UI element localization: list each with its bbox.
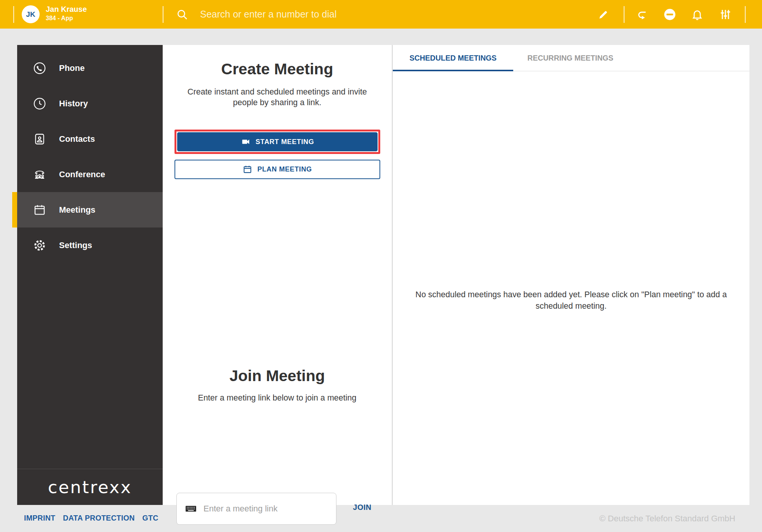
settings-icon bbox=[33, 239, 46, 252]
copyright-text: © Deutsche Telefon Standard GmbH bbox=[599, 514, 735, 524]
join-meeting-title: Join Meeting bbox=[163, 367, 392, 385]
data-protection-link[interactable]: DATA PROTECTION bbox=[63, 514, 134, 522]
header-divider bbox=[745, 6, 746, 23]
gtc-link[interactable]: GTC bbox=[142, 514, 158, 522]
sidebar-item-phone[interactable]: Phone bbox=[17, 50, 163, 86]
tab-label: RECURRING MEETINGS bbox=[527, 54, 613, 62]
meeting-link-field bbox=[176, 493, 336, 525]
sidebar-item-label: Phone bbox=[59, 63, 85, 73]
sidebar-item-history[interactable]: History bbox=[17, 86, 163, 121]
user-block: Jan Krause 384 - App bbox=[46, 5, 87, 22]
history-icon bbox=[33, 97, 46, 110]
do-not-disturb-icon[interactable] bbox=[664, 8, 676, 21]
click-target-annotation: START MEETING bbox=[174, 130, 380, 154]
join-button[interactable]: JOIN bbox=[353, 503, 371, 512]
pencil-icon[interactable] bbox=[597, 8, 610, 21]
phone-icon bbox=[33, 62, 46, 75]
start-meeting-button[interactable]: START MEETING bbox=[177, 132, 378, 151]
search-input[interactable] bbox=[200, 5, 562, 23]
sidebar-item-meetings[interactable]: Meetings bbox=[17, 192, 163, 228]
logo-block: centrexx bbox=[17, 469, 163, 505]
sidebar-item-contacts[interactable]: Contacts bbox=[17, 121, 163, 157]
create-meeting-subtitle: Create instant and scheduled meetings an… bbox=[186, 87, 369, 108]
conference-icon bbox=[33, 168, 46, 181]
join-meeting-subtitle: Enter a meeting link below to join a mee… bbox=[192, 393, 363, 403]
tab-recurring-meetings[interactable]: RECURRING MEETINGS bbox=[513, 45, 628, 71]
user-name: Jan Krause bbox=[46, 5, 87, 14]
sidebar-item-label: Settings bbox=[59, 240, 92, 250]
meetings-tabbar: SCHEDULED MEETINGS RECURRING MEETINGS bbox=[393, 45, 749, 71]
imprint-link[interactable]: IMPRINT bbox=[24, 514, 55, 522]
avatar-initials: JK bbox=[26, 10, 35, 19]
empty-state-message: No scheduled meetings have been added ye… bbox=[403, 289, 739, 312]
meeting-link-input[interactable] bbox=[203, 497, 336, 520]
sidebar: Phone History Contacts bbox=[17, 45, 163, 505]
centrexx-logo: centrexx bbox=[48, 477, 132, 497]
sidebar-item-label: Meetings bbox=[59, 205, 95, 215]
plan-meeting-label: PLAN MEETING bbox=[257, 165, 312, 173]
tab-label: SCHEDULED MEETINGS bbox=[410, 54, 497, 62]
call-forward-icon[interactable] bbox=[636, 8, 648, 21]
video-camera-icon bbox=[241, 137, 251, 147]
start-meeting-label: START MEETING bbox=[256, 138, 314, 146]
plan-meeting-button[interactable]: PLAN MEETING bbox=[174, 160, 380, 179]
sidebar-item-label: Contacts bbox=[59, 134, 95, 144]
header-divider bbox=[624, 6, 624, 23]
sidebar-item-settings[interactable]: Settings bbox=[17, 228, 163, 263]
tab-scheduled-meetings[interactable]: SCHEDULED MEETINGS bbox=[393, 45, 513, 71]
avatar[interactable]: JK bbox=[22, 5, 40, 23]
keyboard-icon bbox=[185, 503, 197, 514]
header-divider bbox=[163, 6, 163, 23]
top-bar: JK Jan Krause 384 - App bbox=[0, 0, 762, 29]
sidebar-item-label: Conference bbox=[59, 170, 105, 179]
search-icon bbox=[176, 8, 188, 21]
create-meeting-title: Create Meeting bbox=[163, 60, 392, 78]
sidebar-item-label: History bbox=[59, 99, 88, 109]
meetings-list-panel: SCHEDULED MEETINGS RECURRING MEETINGS No… bbox=[392, 45, 749, 505]
tune-settings-icon[interactable] bbox=[719, 8, 732, 21]
footer-links: IMPRINT DATA PROTECTION GTC bbox=[24, 514, 158, 522]
sidebar-item-conference[interactable]: Conference bbox=[17, 157, 163, 192]
header-divider bbox=[13, 6, 14, 23]
user-extension: 384 - App bbox=[46, 15, 87, 22]
notifications-icon[interactable] bbox=[691, 8, 703, 21]
calendar-icon bbox=[243, 165, 252, 174]
create-meeting-panel: Create Meeting Create instant and schedu… bbox=[163, 45, 392, 505]
meetings-icon bbox=[33, 204, 46, 216]
contacts-icon bbox=[33, 133, 46, 146]
